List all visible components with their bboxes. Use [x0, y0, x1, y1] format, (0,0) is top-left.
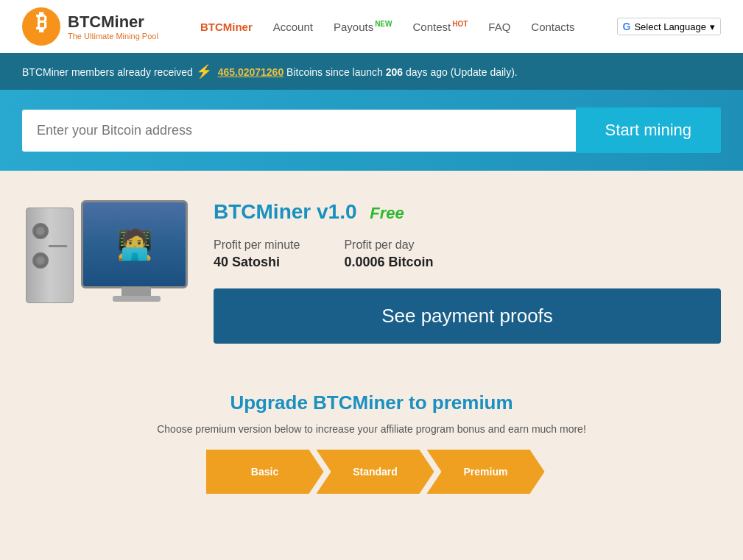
profit-per-day-label: Profit per day	[344, 238, 433, 252]
tower-vent-1	[32, 223, 49, 239]
bitcoin-logo-icon: ₿	[22, 7, 60, 46]
logo-title: BTCMiner	[68, 13, 158, 32]
upgrade-card-premium[interactable]: Premium	[427, 450, 545, 494]
language-selector[interactable]: G Select Language ▾	[617, 18, 721, 35]
computer-illustration: 🧑‍💻	[26, 200, 188, 347]
upgrade-card-standard[interactable]: Standard	[317, 450, 434, 494]
tower-icon	[26, 208, 74, 303]
hero-post-text: Bitcoins since launch	[286, 66, 383, 78]
logo-area: ₿ BTCMiner The Ultimate Mining Pool	[22, 7, 158, 46]
upgrade-title: Upgrade BTCMiner to premium	[22, 391, 721, 414]
free-badge: Free	[370, 204, 404, 222]
header: ₿ BTCMiner The Ultimate Mining Pool BTCM…	[0, 0, 743, 53]
lang-selector-label: Select Language	[634, 21, 706, 32]
hero-days: 206	[386, 66, 403, 78]
monitor-base-icon	[113, 296, 161, 302]
nav-faq[interactable]: FAQ	[488, 21, 510, 33]
google-g-icon: G	[623, 21, 631, 32]
monitor-screen: 🧑‍💻	[83, 202, 186, 286]
chevron-down-icon: ▾	[710, 21, 715, 32]
upgrade-subtitle: Choose premium version below to increase…	[22, 423, 721, 435]
person-on-screen-icon: 🧑‍💻	[116, 227, 153, 262]
nav-btcminer[interactable]: BTCMiner	[200, 21, 253, 33]
monitor-icon: 🧑‍💻	[81, 200, 188, 288]
search-section: Start mining	[0, 90, 743, 171]
contest-hot-badge: HOT	[452, 20, 468, 28]
svg-text:₿: ₿	[36, 10, 47, 34]
profit-per-minute: Profit per minute 40 Satoshi	[214, 238, 300, 270]
upgrade-card-basic[interactable]: Basic	[206, 450, 324, 494]
profit-per-day-value: 0.0006 Bitcoin	[344, 255, 433, 269]
logo-subtitle: The Ultimate Mining Pool	[68, 32, 158, 40]
profit-per-minute-value: 40 Satoshi	[214, 255, 280, 269]
tower-stripe	[49, 245, 67, 247]
upgrade-section: Upgrade BTCMiner to premium Choose premi…	[0, 369, 743, 508]
tower-vent-2	[32, 252, 49, 269]
payouts-new-badge: NEW	[375, 20, 392, 28]
header-right: G Select Language ▾	[617, 18, 721, 35]
nav-payouts[interactable]: PayoutsNEW	[334, 20, 392, 33]
profit-per-minute-label: Profit per minute	[214, 238, 300, 252]
hero-pre-text: BTCMiner members already received	[22, 66, 193, 78]
nav-account[interactable]: Account	[273, 21, 313, 33]
product-section: 🧑‍💻 BTCMiner v1.0 Free Profit per minute…	[0, 171, 743, 369]
start-mining-button[interactable]: Start mining	[576, 107, 721, 153]
profit-grid: Profit per minute 40 Satoshi Profit per …	[214, 238, 721, 270]
product-image-area: 🧑‍💻	[22, 200, 191, 347]
upgrade-cards: Basic Standard Premium	[22, 450, 721, 494]
product-title: BTCMiner v1.0 Free	[214, 200, 721, 224]
bitcoin-address-input[interactable]	[22, 110, 576, 152]
nav-contest[interactable]: ContestHOT	[412, 20, 468, 33]
hero-amount[interactable]: 465.02071260	[218, 66, 284, 78]
logo-text: BTCMiner The Ultimate Mining Pool	[68, 13, 158, 40]
nav-contacts[interactable]: Contacts	[531, 21, 574, 33]
profit-per-day: Profit per day 0.0006 Bitcoin	[344, 238, 433, 270]
see-payment-proofs-button[interactable]: See payment proofs	[214, 288, 721, 344]
hero-days-label: days ago (Update daily).	[406, 66, 518, 78]
hero-banner: BTCMiner members already received ⚡ 465.…	[0, 53, 743, 90]
main-nav: BTCMiner Account PayoutsNEW ContestHOT F…	[200, 20, 575, 33]
product-info: BTCMiner v1.0 Free Profit per minute 40 …	[214, 200, 721, 344]
lightning-icon: ⚡	[196, 64, 212, 79]
